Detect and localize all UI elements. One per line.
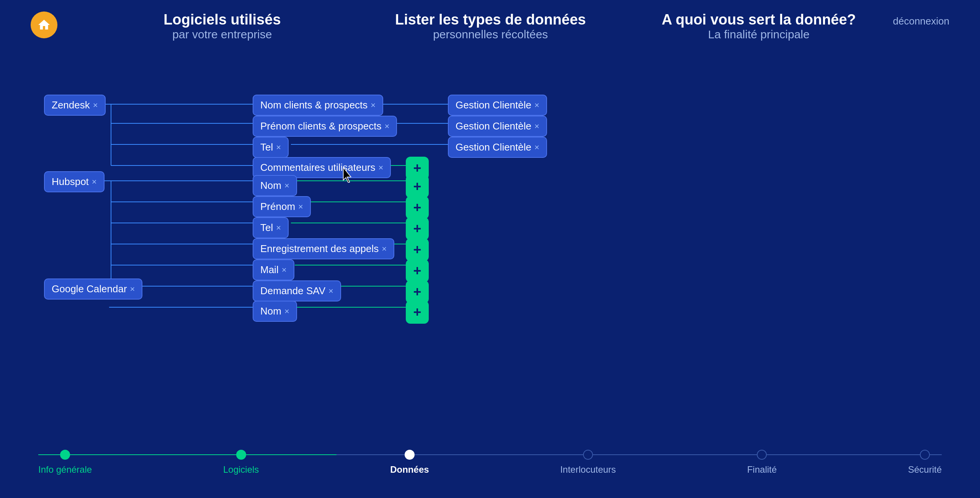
step-securite[interactable]: Sécurité (908, 450, 942, 475)
tag-mail-label: Mail (260, 264, 279, 276)
tag-gc3-label: Gestion Clientèle (456, 141, 531, 153)
step-donnees[interactable]: Données (390, 450, 429, 475)
step-logiciels[interactable]: Logiciels (223, 450, 259, 475)
tag-commentaires-label: Commentaires utilisateurs (260, 162, 376, 174)
step-interlocuteurs-label: Interlocuteurs (560, 464, 616, 475)
tag-gc3-remove[interactable]: × (534, 143, 539, 152)
step-interlocuteurs[interactable]: Interlocuteurs (560, 450, 616, 475)
tag-nom-gc[interactable]: Nom × (253, 301, 297, 322)
tag-gcalendar-remove[interactable]: × (130, 284, 135, 294)
step-finalite[interactable]: Finalité (747, 450, 777, 475)
tag-gc3[interactable]: Gestion Clientèle × (448, 137, 547, 158)
plus-enreg[interactable]: + (406, 238, 429, 261)
tag-prenom-clients-remove[interactable]: × (384, 121, 389, 131)
tag-mail[interactable]: Mail × (253, 259, 294, 280)
step-securite-label: Sécurité (908, 464, 942, 475)
step-donnees-label: Données (390, 464, 429, 475)
plus-nomgc[interactable]: + (406, 301, 429, 324)
tag-tel-1-label: Tel (260, 141, 273, 153)
plus-prenom[interactable]: + (406, 196, 429, 219)
col1-title: Logiciels utilisés (88, 11, 356, 28)
step-finalite-label: Finalité (747, 464, 777, 475)
col3-title: A quoi vous sert la donnée? (625, 11, 893, 28)
tag-prenom[interactable]: Prénom × (253, 196, 311, 217)
tag-tel-2-label: Tel (260, 222, 273, 234)
tag-commentaires-remove[interactable]: × (379, 163, 384, 173)
step-securite-dot (920, 450, 930, 460)
tag-nom-remove[interactable]: × (284, 181, 289, 191)
tag-demande[interactable]: Demande SAV × (253, 280, 341, 301)
tag-tel-1-remove[interactable]: × (276, 143, 281, 152)
tag-enreg-label: Enregistrement des appels (260, 243, 379, 255)
tag-tel-2[interactable]: Tel × (253, 217, 289, 238)
tag-prenom-clients-label: Prénom clients & prospects (260, 120, 381, 132)
tag-demande-label: Demande SAV (260, 285, 325, 297)
col2-title: Lister les types de données (356, 11, 625, 28)
tag-nom[interactable]: Nom × (253, 175, 297, 196)
step-logiciels-dot (236, 450, 246, 460)
tag-nom-gc-label: Nom (260, 305, 281, 317)
tag-enreg-remove[interactable]: × (382, 244, 387, 254)
col1-header: Logiciels utilisés par votre entreprise (88, 11, 356, 41)
tag-mail-remove[interactable]: × (282, 265, 287, 275)
progress-bar: Info générale Logiciels Données Interloc… (0, 450, 980, 475)
tag-zendesk[interactable]: Zendesk × (44, 95, 106, 116)
tag-gc1-label: Gestion Clientèle (456, 99, 531, 111)
tag-prenom-label: Prénom (260, 201, 295, 213)
tag-nom-label: Nom (260, 180, 281, 192)
tag-gc2-label: Gestion Clientèle (456, 120, 531, 132)
step-info[interactable]: Info générale (38, 450, 92, 475)
tag-gcalendar[interactable]: Google Calendar × (44, 278, 142, 300)
tag-gc2[interactable]: Gestion Clientèle × (448, 116, 547, 137)
tag-enreg[interactable]: Enregistrement des appels × (253, 238, 394, 259)
columns-header: Logiciels utilisés par votre entreprise … (57, 11, 893, 41)
plus-mail[interactable]: + (406, 259, 429, 282)
step-info-dot (60, 450, 70, 460)
step-logiciels-label: Logiciels (223, 464, 259, 475)
tag-gc1[interactable]: Gestion Clientèle × (448, 95, 547, 116)
step-donnees-dot (405, 450, 415, 460)
tag-demande-remove[interactable]: × (328, 286, 333, 296)
tag-nom-clients-label: Nom clients & prospects (260, 99, 368, 111)
col3-header: A quoi vous sert la donnée? La finalité … (625, 11, 893, 41)
tag-hubspot-label: Hubspot (52, 176, 89, 188)
plus-demande[interactable]: + (406, 280, 429, 303)
tag-gcalendar-label: Google Calendar (52, 283, 127, 295)
tag-prenom-remove[interactable]: × (298, 202, 303, 212)
plus-nom[interactable]: + (406, 175, 429, 198)
tag-prenom-clients[interactable]: Prénom clients & prospects × (253, 116, 397, 137)
progress-track: Info générale Logiciels Données Interloc… (38, 450, 942, 475)
main-content: Zendesk × Hubspot × Google Calendar × No… (0, 56, 980, 370)
col2-subtitle: personnelles récoltées (356, 28, 625, 41)
tag-zendesk-remove[interactable]: × (93, 100, 98, 110)
col2-header: Lister les types de données personnelles… (356, 11, 625, 41)
col3-subtitle: La finalité principale (625, 28, 893, 41)
tag-nom-clients-remove[interactable]: × (371, 100, 376, 110)
tag-hubspot-remove[interactable]: × (92, 177, 97, 187)
deconnexion-link[interactable]: déconnexion (893, 11, 949, 27)
tag-zendesk-label: Zendesk (52, 99, 90, 111)
tag-tel-2-remove[interactable]: × (276, 223, 281, 233)
tag-nom-clients[interactable]: Nom clients & prospects × (253, 95, 383, 116)
home-icon (37, 18, 51, 32)
home-button[interactable] (31, 11, 57, 38)
tag-gc1-remove[interactable]: × (534, 100, 539, 110)
col1-subtitle: par votre entreprise (88, 28, 356, 41)
step-info-label: Info générale (38, 464, 92, 475)
tag-gc2-remove[interactable]: × (534, 121, 539, 131)
step-finalite-dot (757, 450, 767, 460)
tag-hubspot[interactable]: Hubspot × (44, 171, 105, 192)
step-interlocuteurs-dot (583, 450, 593, 460)
header: Logiciels utilisés par votre entreprise … (0, 0, 980, 41)
tag-nom-gc-remove[interactable]: × (284, 306, 289, 316)
plus-tel2[interactable]: + (406, 217, 429, 240)
tag-tel-1[interactable]: Tel × (253, 137, 289, 158)
